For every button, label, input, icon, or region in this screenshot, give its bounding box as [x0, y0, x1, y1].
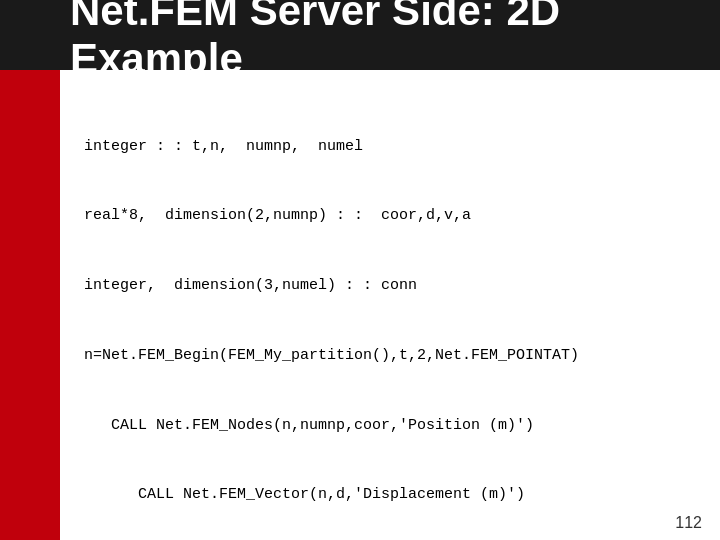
code-line-4: n=Net.FEM_Begin(FEM_My_partition(),t,2,N… [84, 344, 696, 367]
code-line-6: CALL Net.FEM_Vector(n,d,'Displacement (m… [84, 483, 696, 506]
code-block: integer : : t,n, numnp, numel real*8, di… [84, 88, 696, 540]
page-number: 112 [675, 514, 702, 532]
slide-container: Net.FEM Server Side: 2D Example integer … [0, 0, 720, 540]
code-line-1: integer : : t,n, numnp, numel [84, 135, 696, 158]
code-line-3: integer, dimension(3,numel) : : conn [84, 274, 696, 297]
code-line-5: CALL Net.FEM_Nodes(n,numnp,coor,'Positio… [84, 414, 696, 437]
slide-header: Net.FEM Server Side: 2D Example [0, 0, 720, 70]
slide-content: integer : : t,n, numnp, numel real*8, di… [60, 70, 720, 510]
red-accent-bar [0, 0, 60, 540]
code-line-2: real*8, dimension(2,numnp) : : coor,d,v,… [84, 204, 696, 227]
